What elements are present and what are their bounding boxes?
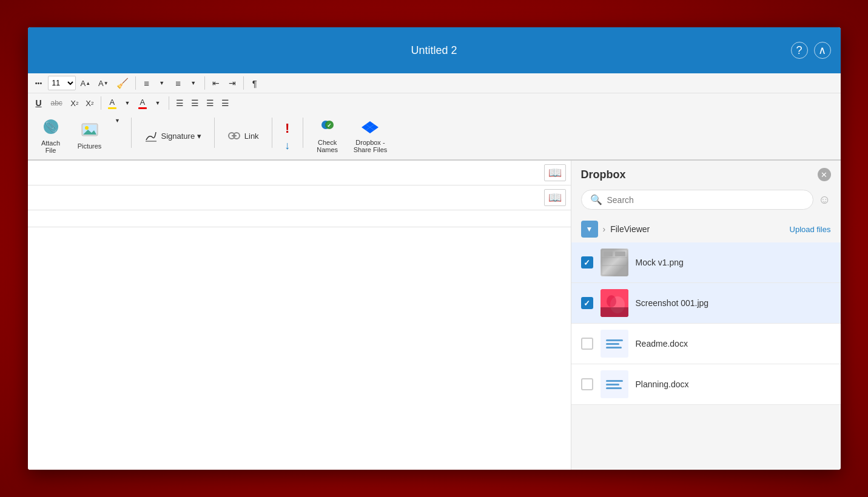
pictures-button[interactable]: Pictures bbox=[72, 115, 108, 157]
attach-file-button[interactable]: 📎 AttachFile bbox=[33, 115, 69, 157]
folder-name: FileViewer bbox=[610, 224, 784, 234]
signature-button[interactable]: Signature ▾ bbox=[138, 115, 208, 157]
toolbar-row-1: ••• 11 89101214 A▲ A▼ 🧹 ≡ ▼ ≡ ▼ ⇤ ⇥ ¶ bbox=[28, 73, 841, 93]
pictures-dropdown[interactable]: ▼ bbox=[110, 113, 125, 128]
file-name-3: Readme.docx bbox=[636, 339, 831, 349]
highlight-button[interactable]: A bbox=[105, 95, 119, 111]
subscript-button[interactable]: X2 bbox=[67, 95, 82, 111]
check-names-button[interactable]: ✓ CheckNames bbox=[309, 115, 346, 157]
importance-button[interactable]: ! ↓ bbox=[278, 115, 297, 157]
main-area: 📖 📖 Dropbox ✕ 🔍 ☺ bbox=[28, 161, 841, 470]
svg-text:✓: ✓ bbox=[327, 122, 332, 128]
cc-book-button[interactable]: 📖 bbox=[544, 189, 566, 206]
list-buttons: ≡ ▼ ≡ ▼ bbox=[140, 75, 201, 91]
cc-field-row: 📖 bbox=[28, 185, 571, 210]
align-center-button[interactable]: ☰ bbox=[188, 95, 203, 111]
signature-icon bbox=[144, 129, 158, 144]
file-checkbox-2[interactable] bbox=[581, 297, 593, 309]
strikethrough-button[interactable]: abc bbox=[48, 95, 66, 111]
search-icon: 🔍 bbox=[590, 194, 602, 205]
folder-row: ▼ › FileViewer Upload files bbox=[571, 216, 841, 242]
svg-point-4 bbox=[85, 126, 89, 130]
file-checkbox-1[interactable] bbox=[581, 256, 593, 269]
title-bar: Untitled 2 ? ∧ bbox=[28, 27, 841, 73]
attach-file-label: AttachFile bbox=[41, 139, 60, 154]
font-size-decrease-button[interactable]: A▼ bbox=[95, 75, 112, 91]
upload-files-link[interactable]: Upload files bbox=[790, 225, 831, 234]
file-checkbox-4[interactable] bbox=[581, 378, 593, 390]
folder-arrow[interactable]: ▼ bbox=[581, 221, 598, 238]
to-input[interactable] bbox=[33, 168, 542, 178]
pictures-label: Pictures bbox=[78, 142, 102, 150]
search-input[interactable] bbox=[607, 195, 805, 205]
signature-label: Signature ▾ bbox=[161, 132, 201, 141]
underline-button[interactable]: U bbox=[32, 95, 46, 111]
font-size-select[interactable]: 11 89101214 bbox=[48, 76, 76, 90]
font-size-increase-button[interactable]: A▲ bbox=[78, 75, 94, 91]
to-book-button[interactable]: 📖 bbox=[544, 164, 566, 181]
file-name-1: Mock v1.png bbox=[636, 258, 831, 267]
file-list: Mock v1.png bbox=[571, 242, 841, 470]
clear-formatting-button[interactable]: 🧹 bbox=[113, 75, 132, 91]
large-divider-1 bbox=[131, 118, 132, 148]
dropbox-panel: Dropbox ✕ 🔍 ☺ ▼ › FileViewer Upload file… bbox=[571, 161, 841, 470]
close-panel-button[interactable]: ✕ bbox=[818, 168, 831, 181]
bullet-list-button[interactable]: ≡ bbox=[140, 75, 154, 91]
superscript-button[interactable]: X2 bbox=[82, 95, 97, 111]
combined-toolbar: ••• 11 89101214 A▲ A▼ 🧹 ≡ ▼ ≡ ▼ ⇤ ⇥ ¶ U bbox=[28, 73, 841, 161]
link-icon bbox=[227, 129, 241, 144]
app-window: Untitled 2 ? ∧ ••• 11 89101214 A▲ A▼ 🧹 ≡… bbox=[28, 27, 841, 470]
file-thumb-4 bbox=[601, 370, 628, 398]
compose-area: 📖 📖 bbox=[28, 161, 571, 470]
file-thumb-1 bbox=[601, 248, 628, 276]
toolbar-row-2: U abc X2 X2 A ▼ A bbox=[28, 93, 841, 113]
highlight-dropdown[interactable]: ▼ bbox=[120, 95, 135, 111]
cc-input[interactable] bbox=[33, 193, 542, 202]
title-bar-controls: ? ∧ bbox=[791, 42, 831, 59]
paragraph-button[interactable]: ¶ bbox=[247, 75, 262, 91]
align-right-button[interactable]: ☰ bbox=[203, 95, 218, 111]
font-color-button[interactable]: A bbox=[135, 95, 150, 111]
svg-point-25 bbox=[607, 295, 616, 307]
file-checkbox-3[interactable] bbox=[581, 338, 593, 350]
file-thumb-2 bbox=[601, 289, 628, 317]
dropbox-icon bbox=[361, 119, 379, 137]
email-body[interactable] bbox=[28, 227, 571, 470]
file-thumb-3 bbox=[601, 330, 628, 358]
divider-3 bbox=[243, 76, 244, 90]
justify-button[interactable]: ☰ bbox=[218, 95, 233, 111]
importance-arrow: ↓ bbox=[284, 139, 290, 152]
divider-1 bbox=[135, 76, 136, 90]
dropbox-share-label: Dropbox -Share Files bbox=[354, 139, 388, 153]
dropbox-share-button[interactable]: Dropbox -Share Files bbox=[348, 115, 393, 157]
file-item: Planning.docx bbox=[571, 364, 841, 405]
subject-input[interactable] bbox=[33, 214, 566, 223]
search-row: 🔍 ☺ bbox=[571, 186, 841, 216]
divider-4 bbox=[101, 96, 101, 110]
alignment-group: ☰ ☰ ☰ ☰ bbox=[173, 95, 233, 111]
large-toolbar: 📎 AttachFile Pictures ▼ bbox=[28, 113, 841, 160]
align-left-button[interactable]: ☰ bbox=[173, 95, 187, 111]
collapse-button[interactable]: ∧ bbox=[814, 42, 831, 59]
link-label: Link bbox=[244, 132, 259, 141]
file-name-4: Planning.docx bbox=[636, 379, 831, 389]
font-color-dropdown[interactable]: ▼ bbox=[150, 95, 165, 111]
dropbox-header: Dropbox ✕ bbox=[571, 161, 841, 186]
search-box: 🔍 bbox=[581, 190, 814, 210]
check-names-label: CheckNames bbox=[317, 139, 338, 153]
decrease-indent-button[interactable]: ⇤ bbox=[209, 75, 223, 91]
number-list-button[interactable]: ≡ bbox=[171, 75, 186, 91]
divider-2 bbox=[204, 76, 205, 90]
bullet-list-dropdown[interactable]: ▼ bbox=[155, 75, 169, 91]
file-item: Screenshot 001.jpg bbox=[571, 283, 841, 324]
emoji-button[interactable]: ☺ bbox=[818, 193, 830, 207]
number-list-dropdown[interactable]: ▼ bbox=[186, 75, 201, 91]
svg-rect-21 bbox=[604, 252, 613, 256]
increase-indent-button[interactable]: ⇥ bbox=[225, 75, 240, 91]
more-options-button[interactable]: ••• bbox=[32, 75, 46, 91]
svg-rect-22 bbox=[615, 252, 625, 256]
link-button[interactable]: Link bbox=[221, 115, 266, 157]
attach-icon: 📎 bbox=[42, 118, 59, 138]
help-button[interactable]: ? bbox=[791, 42, 808, 59]
importance-icon: ! bbox=[285, 121, 289, 136]
